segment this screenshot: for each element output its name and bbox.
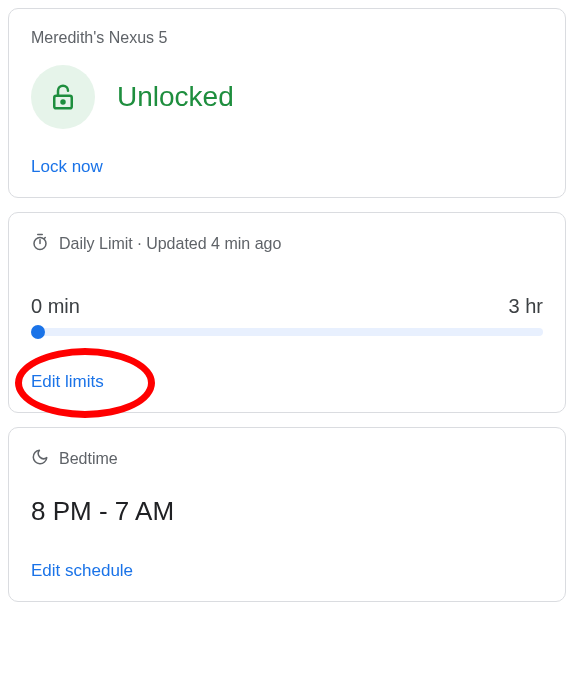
progress-indicator — [31, 325, 45, 339]
edit-schedule-button[interactable]: Edit schedule — [31, 561, 543, 581]
unlock-icon — [31, 65, 95, 129]
daily-limit-header: Daily Limit · Updated 4 min ago — [31, 233, 543, 255]
stopwatch-icon — [31, 233, 49, 255]
svg-point-1 — [62, 101, 65, 104]
moon-icon — [31, 448, 49, 470]
usage-progress — [31, 328, 543, 336]
bedtime-range: 8 PM - 7 AM — [31, 496, 543, 527]
daily-limit-card: Daily Limit · Updated 4 min ago 0 min 3 … — [8, 212, 566, 413]
lock-status-row: Unlocked — [31, 65, 543, 129]
used-time-label: 0 min — [31, 295, 80, 318]
bedtime-header-text: Bedtime — [59, 450, 118, 468]
daily-limit-header-text: Daily Limit · Updated 4 min ago — [59, 235, 281, 253]
progress-labels: 0 min 3 hr — [31, 295, 543, 318]
bedtime-card: Bedtime 8 PM - 7 AM Edit schedule — [8, 427, 566, 602]
device-card: Meredith's Nexus 5 Unlocked Lock now — [8, 8, 566, 198]
lock-status-label: Unlocked — [117, 81, 234, 113]
lock-now-button[interactable]: Lock now — [31, 157, 543, 177]
device-title: Meredith's Nexus 5 — [31, 29, 543, 47]
max-time-label: 3 hr — [509, 295, 543, 318]
bedtime-header: Bedtime — [31, 448, 543, 470]
edit-limits-button[interactable]: Edit limits — [31, 372, 543, 392]
